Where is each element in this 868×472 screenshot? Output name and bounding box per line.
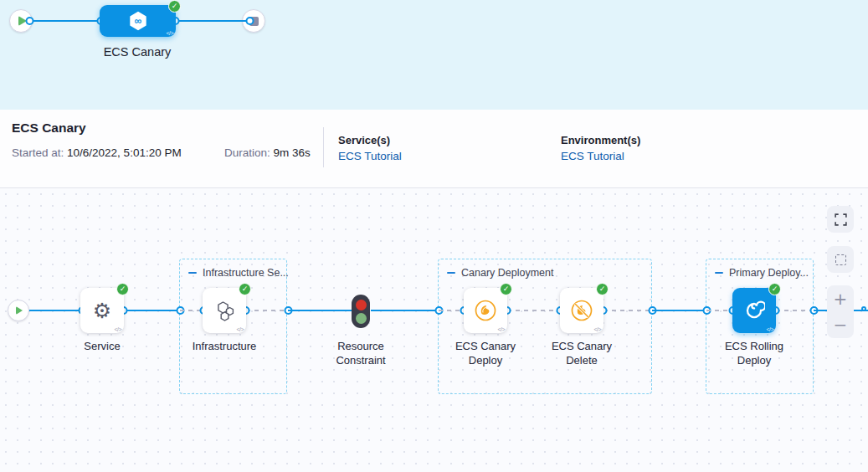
- connector-line: [603, 310, 652, 311]
- success-check-icon: ✓: [239, 283, 251, 295]
- fullscreen-button[interactable]: [827, 206, 854, 233]
- started-at-value: 10/6/2022, 5:01:20 PM: [67, 146, 182, 159]
- connector-line: [124, 310, 180, 311]
- stage-node-ecs-canary[interactable]: ∞ ✓ </>: [100, 5, 176, 37]
- pipeline-canvas[interactable]: Infrastructure Se... Canary Deployment P…: [0, 188, 868, 472]
- connector-line: [507, 310, 560, 311]
- step-node-resource-constraint[interactable]: [352, 295, 370, 328]
- connector-line: [371, 310, 439, 311]
- step-label: ECS Canary Deploy: [442, 339, 529, 367]
- success-check-icon: ✓: [596, 283, 609, 295]
- zoom-panel: + −: [827, 285, 854, 338]
- group-title-infrastructure[interactable]: Infrastructure Se...: [188, 267, 289, 279]
- code-icon: </>: [114, 326, 121, 332]
- traffic-light-green-icon: [356, 313, 367, 324]
- step-node-ecs-canary-deploy[interactable]: ✓ </>: [464, 288, 507, 333]
- success-check-icon: ✓: [116, 283, 129, 295]
- connector-line: [176, 20, 249, 22]
- duration-label: Duration:: [224, 146, 270, 159]
- pipeline-execution-screen: ∞ ✓ </> ECS Canary ECS Canary Started at…: [0, 0, 868, 472]
- step-label: Service: [59, 339, 146, 353]
- environments-column: Environment(s) ECS Tutorial: [561, 134, 640, 162]
- collapse-dash-icon: [715, 272, 723, 274]
- services-label: Service(s): [338, 134, 402, 146]
- zoom-in-button[interactable]: +: [827, 285, 854, 312]
- duration-value: 9m 36s: [274, 146, 311, 159]
- canary-deploy-icon: [473, 298, 498, 323]
- connector-line: [706, 310, 732, 311]
- services-column: Service(s) ECS Tutorial: [338, 134, 402, 162]
- collapse-dash-icon: [447, 272, 455, 274]
- group-title-primary[interactable]: Primary Deploy...: [715, 267, 809, 279]
- execution-header: ECS Canary Started at: 10/6/2022, 5:01:2…: [0, 110, 868, 188]
- svg-text:∞: ∞: [134, 15, 141, 27]
- environments-label: Environment(s): [561, 134, 640, 146]
- success-check-icon: ✓: [168, 0, 181, 13]
- connector-point: [861, 306, 866, 311]
- step-node-infrastructure[interactable]: ✓ </>: [203, 288, 246, 333]
- stage-start-node[interactable]: [8, 300, 29, 321]
- gear-icon: ⚙: [93, 300, 111, 321]
- connector-line: [180, 310, 203, 311]
- stage-label: ECS Canary: [95, 45, 179, 59]
- group-title-canary[interactable]: Canary Deployment: [447, 267, 553, 279]
- connector-line: [439, 310, 464, 311]
- services-link[interactable]: ECS Tutorial: [338, 150, 402, 162]
- execution-title: ECS Canary: [12, 121, 86, 136]
- connector-line: [776, 310, 814, 311]
- step-label: Infrastructure: [181, 339, 268, 353]
- infrastructure-icon: [212, 298, 237, 323]
- traffic-light-red-icon: [356, 300, 367, 310]
- code-icon: </>: [166, 30, 173, 36]
- group-title-text: Primary Deploy...: [729, 267, 809, 279]
- step-label: ECS Rolling Deploy: [711, 339, 798, 367]
- step-node-service[interactable]: ⚙ ✓ </>: [80, 288, 124, 333]
- zoom-out-button[interactable]: −: [827, 312, 854, 339]
- cd-stage-icon: ∞: [126, 9, 150, 33]
- started-at: Started at: 10/6/2022, 5:01:20 PM: [12, 146, 182, 159]
- dashed-square-icon: [835, 254, 846, 265]
- fullscreen-icon: [835, 213, 847, 226]
- mini-pipeline-bar: ∞ ✓ </> ECS Canary: [0, 0, 868, 110]
- success-check-icon: ✓: [768, 283, 781, 295]
- started-at-label: Started at:: [12, 146, 64, 159]
- step-node-ecs-canary-delete[interactable]: ✓ </>: [560, 288, 603, 333]
- step-label: Resource Constraint: [317, 339, 404, 367]
- environments-link[interactable]: ECS Tutorial: [561, 150, 640, 162]
- duration: Duration: 9m 36s: [224, 146, 311, 159]
- header-divider: [323, 127, 324, 167]
- canary-delete-icon: [569, 298, 594, 323]
- code-icon: </>: [593, 326, 601, 332]
- group-title-text: Canary Deployment: [461, 267, 553, 279]
- success-check-icon: ✓: [500, 283, 512, 295]
- connector-line: [652, 310, 706, 311]
- group-title-text: Infrastructure Se...: [203, 267, 289, 279]
- connector-line: [30, 20, 100, 22]
- connector-line: [25, 310, 82, 311]
- connector-line: [246, 310, 288, 311]
- connector-line: [288, 310, 352, 311]
- collapse-dash-icon: [188, 272, 197, 274]
- reset-selection-button[interactable]: [827, 246, 854, 273]
- code-icon: </>: [497, 326, 505, 332]
- step-label: ECS Canary Delete: [538, 339, 625, 367]
- code-icon: </>: [766, 326, 773, 332]
- step-node-ecs-rolling-deploy[interactable]: ✓ </>: [732, 288, 776, 333]
- code-icon: </>: [236, 326, 244, 332]
- play-icon: [16, 306, 23, 315]
- ecs-swirl-icon: [743, 300, 765, 321]
